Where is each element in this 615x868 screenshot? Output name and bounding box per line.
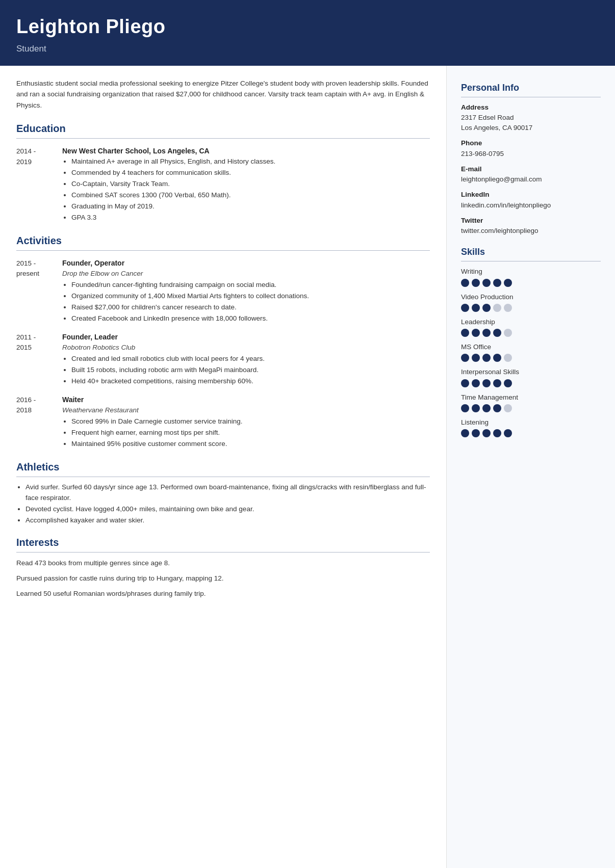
candidate-name: Leighton Pliego: [16, 12, 599, 41]
skill-dot-empty: [504, 354, 512, 362]
activity-subtitle-0: Drop the Elbow on Cancer: [62, 269, 430, 279]
activity-entry-2: 2016 -2018 Waiter Weathervane Restaurant…: [16, 394, 430, 450]
skill-dot-filled: [472, 404, 480, 412]
interest-para-0: Read 473 books from multiple genres sinc…: [16, 558, 430, 569]
list-item: Devoted cyclist. Have logged 4,000+ mile…: [25, 504, 430, 515]
main-content: Enthusiastic student social media profes…: [0, 66, 615, 869]
activity-entry-1: 2011 -2015 Founder, Leader Robotron Robo…: [16, 332, 430, 387]
education-entry-0: 2014 -2019 New West Charter School, Los …: [16, 146, 430, 224]
skill-dots-6: [461, 429, 601, 437]
skill-dots-2: [461, 329, 601, 337]
athletics-bullets: Avid surfer. Surfed 60 days/yr since age…: [16, 482, 430, 526]
skill-name-2: Leadership: [461, 317, 601, 327]
activity-content-1: Founder, Leader Robotron Robotics Club C…: [62, 332, 430, 387]
activity-subtitle-2: Weathervane Restaurant: [62, 405, 430, 415]
skill-row-2: Leadership: [461, 317, 601, 337]
skill-dot-filled: [482, 354, 491, 362]
activity-bullets-1: Created and led small robotics club with…: [62, 354, 430, 387]
activity-title-2: Waiter: [62, 394, 430, 405]
education-section: Education 2014 -2019 New West Charter Sc…: [16, 121, 430, 224]
list-item: GPA 3.3: [71, 213, 430, 223]
education-school-0: New West Charter School, Los Angeles, CA: [62, 146, 430, 156]
skill-dot-filled: [493, 429, 501, 437]
skill-dot-filled: [482, 304, 491, 312]
interests-title: Interests: [16, 535, 430, 553]
skill-dot-filled: [493, 404, 501, 412]
skill-name-3: MS Office: [461, 342, 601, 352]
skill-name-4: Interpersonal Skills: [461, 367, 601, 377]
list-item: Maintained 95% positive customer comment…: [71, 439, 430, 450]
interests-section: Interests Read 473 books from multiple g…: [16, 535, 430, 599]
skill-dot-filled: [472, 329, 480, 337]
activity-entry-0: 2015 -present Founder, Operator Drop the…: [16, 258, 430, 325]
skill-dot-filled: [472, 429, 480, 437]
interest-para-2: Learned 50 useful Romanian words/phrases…: [16, 588, 430, 599]
list-item: Avid surfer. Surfed 60 days/yr since age…: [25, 482, 430, 504]
skill-dot-empty: [504, 304, 512, 312]
list-item: Scored 99% in Dale Carnegie customer ser…: [71, 416, 430, 427]
list-item: Built 15 robots, including robotic arm w…: [71, 365, 430, 376]
twitter-label: Twitter: [461, 216, 601, 226]
skill-dot-empty: [504, 404, 512, 412]
activity-date-1: 2011 -2015: [16, 332, 62, 387]
list-item: Commended by 4 teachers for communicatio…: [71, 168, 430, 178]
skill-row-0: Writing: [461, 267, 601, 286]
skill-dot-filled: [482, 404, 491, 412]
activity-title-1: Founder, Leader: [62, 332, 430, 343]
linkedin-label: LinkedIn: [461, 190, 601, 200]
activity-bullets-2: Scored 99% in Dale Carnegie customer ser…: [62, 416, 430, 450]
education-content-0: New West Charter School, Los Angeles, CA…: [62, 146, 430, 224]
athletics-title: Athletics: [16, 459, 430, 477]
skill-dot-filled: [461, 304, 469, 312]
skill-name-1: Video Production: [461, 292, 601, 302]
athletics-section: Athletics Avid surfer. Surfed 60 days/yr…: [16, 459, 430, 526]
activities-section: Activities 2015 -present Founder, Operat…: [16, 233, 430, 450]
skill-dot-filled: [504, 429, 512, 437]
list-item: Frequent high earner, earning most tips …: [71, 428, 430, 438]
list-item: Created Facebook and LinkedIn presence w…: [71, 313, 430, 324]
skill-dots-5: [461, 404, 601, 412]
skill-dot-filled: [472, 279, 480, 287]
activity-bullets-0: Founded/run cancer-fighting fundraising …: [62, 280, 430, 324]
list-item: Raised $27,000 for children's cancer res…: [71, 302, 430, 313]
list-item: Graduating in May of 2019.: [71, 201, 430, 212]
phone-value: 213-968-0795: [461, 149, 601, 159]
skill-dot-filled: [472, 379, 480, 387]
skill-dot-filled: [472, 304, 480, 312]
phone-label: Phone: [461, 138, 601, 148]
candidate-title: Student: [16, 42, 599, 56]
list-item: Created and led small robotics club with…: [71, 354, 430, 364]
skill-dot-filled: [472, 354, 480, 362]
skill-dot-filled: [461, 354, 469, 362]
activity-title-0: Founder, Operator: [62, 258, 430, 269]
skill-dot-filled: [461, 279, 469, 287]
activity-content-0: Founder, Operator Drop the Elbow on Canc…: [62, 258, 430, 325]
education-title: Education: [16, 121, 430, 139]
left-column: Enthusiastic student social media profes…: [0, 66, 447, 869]
skill-name-6: Listening: [461, 417, 601, 428]
skill-dot-filled: [482, 279, 491, 287]
skill-dot-filled: [493, 329, 501, 337]
summary-text: Enthusiastic student social media profes…: [16, 78, 430, 111]
skill-dot-filled: [493, 354, 501, 362]
activity-content-2: Waiter Weathervane Restaurant Scored 99%…: [62, 394, 430, 450]
skill-row-4: Interpersonal Skills: [461, 367, 601, 387]
skill-dot-filled: [461, 329, 469, 337]
address-value: 2317 Edsel RoadLos Angeles, CA 90017: [461, 113, 601, 134]
skill-dots-0: [461, 279, 601, 287]
personal-info-section: Personal Info Address 2317 Edsel RoadLos…: [461, 81, 601, 236]
skill-name-0: Writing: [461, 267, 601, 277]
list-item: Organized community of 1,400 Mixed Marti…: [71, 291, 430, 302]
skills-section: Skills WritingVideo ProductionLeadership…: [461, 245, 601, 437]
skill-dot-filled: [461, 429, 469, 437]
skill-dot-filled: [482, 429, 491, 437]
skill-dots-4: [461, 379, 601, 387]
activity-date-0: 2015 -present: [16, 258, 62, 325]
athletics-entry: Avid surfer. Surfed 60 days/yr since age…: [16, 482, 430, 526]
right-column: Personal Info Address 2317 Edsel RoadLos…: [447, 66, 615, 869]
list-item: Accomplished kayaker and water skier.: [25, 515, 430, 526]
skill-dot-filled: [504, 379, 512, 387]
skill-dots-3: [461, 354, 601, 362]
skill-row-1: Video Production: [461, 292, 601, 312]
twitter-value: twitter.com/leightonpliego: [461, 226, 601, 236]
